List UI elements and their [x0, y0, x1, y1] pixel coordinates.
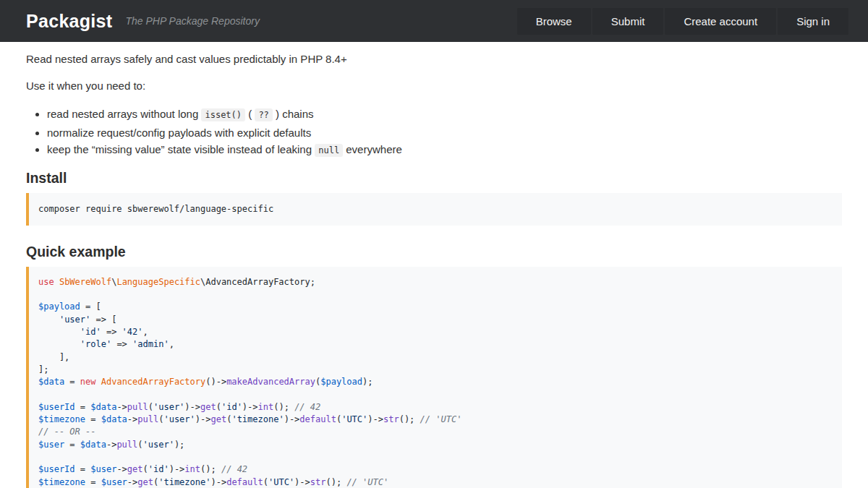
- code-line: $timezone = $user->get('timezone')->defa…: [38, 476, 830, 488]
- code-line: 'role' => 'admin',: [38, 338, 830, 351]
- code-line: // -- OR --: [38, 426, 830, 438]
- readme-use-when: Use it when you need to:: [26, 79, 842, 93]
- packagist-logo[interactable]: Packagist: [26, 11, 112, 32]
- quick-example-heading: Quick example: [26, 244, 842, 260]
- code-line: $payload = [: [38, 301, 830, 313]
- code-line: [38, 288, 830, 301]
- install-command: composer require sbwerewolf/language-spe…: [38, 204, 273, 214]
- code-line: $timezone = $data->pull('user')->get('ti…: [38, 414, 830, 426]
- bullet-text: read nested arrays without long: [47, 108, 201, 120]
- inline-code: ??: [255, 108, 272, 121]
- quick-example-code-block: use SbWereWolf\LanguageSpecific\Advanced…: [26, 267, 842, 488]
- feature-bullet: read nested arrays without long isset() …: [47, 106, 842, 124]
- feature-bullet: normalize request/config payloads with e…: [47, 124, 842, 142]
- readme-content: Read nested arrays safely and cast value…: [0, 42, 868, 488]
- bullet-text: normalize request/config payloads with e…: [47, 127, 311, 139]
- nav-submit[interactable]: Submit: [592, 8, 664, 35]
- inline-code: isset(): [201, 108, 245, 121]
- code-line: $user = $data->pull('user');: [38, 439, 830, 451]
- nav-browse[interactable]: Browse: [517, 8, 591, 35]
- nav-sign-in[interactable]: Sign in: [778, 8, 848, 35]
- code-line: $userId = $data->pull('user')->get('id')…: [38, 401, 830, 414]
- top-nav-bar: Packagist The PHP Package Repository Bro…: [0, 0, 868, 42]
- nav-create-account[interactable]: Create account: [665, 8, 776, 35]
- main-nav: BrowseSubmitCreate accountSign in: [516, 8, 868, 35]
- bullet-text: (: [245, 108, 255, 120]
- code-line: ];: [38, 364, 830, 376]
- bullet-text: ) chains: [273, 108, 314, 120]
- code-line: $userId = $user->get('id')->int(); // 42: [38, 463, 830, 476]
- install-heading: Install: [26, 170, 842, 186]
- code-line: $data = new AdvancedArrayFactory()->make…: [38, 376, 830, 388]
- code-line: [38, 388, 830, 401]
- feature-bullet: keep the “missing value” state visible i…: [47, 141, 842, 160]
- code-line: 'id' => '42',: [38, 326, 830, 338]
- code-line: 'user' => [: [38, 314, 830, 326]
- bullet-text: keep the “missing value” state visible i…: [47, 143, 315, 155]
- code-line: use SbWereWolf\LanguageSpecific\Advanced…: [38, 276, 830, 288]
- inline-code: null: [315, 144, 343, 157]
- code-line: ],: [38, 351, 830, 364]
- readme-intro: Read nested arrays safely and cast value…: [26, 52, 842, 66]
- feature-list: read nested arrays without long isset() …: [26, 106, 842, 160]
- install-code-block: composer require sbwerewolf/language-spe…: [26, 193, 842, 226]
- bullet-text: everywhere: [343, 143, 402, 155]
- code-line: [38, 451, 830, 463]
- site-tagline: The PHP Package Repository: [125, 15, 259, 27]
